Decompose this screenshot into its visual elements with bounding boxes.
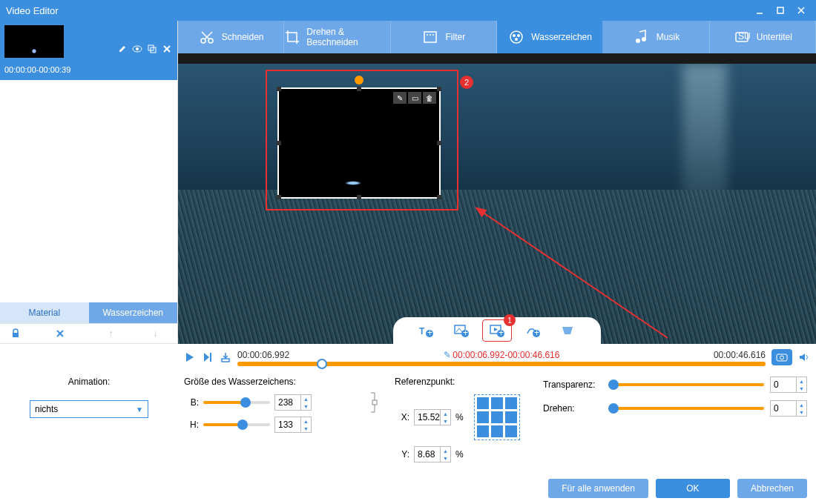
anchor-cell[interactable]	[477, 425, 489, 437]
anchor-cell[interactable]	[491, 397, 503, 409]
transparency-input[interactable]: 0▲▼	[770, 377, 807, 393]
sidebar-body	[0, 80, 177, 302]
height-slider[interactable]	[203, 423, 270, 426]
delete-icon[interactable]	[55, 328, 79, 339]
tool-filter[interactable]: Filter	[391, 21, 497, 53]
anchor-cell[interactable]	[505, 425, 517, 437]
resize-handle[interactable]	[437, 141, 441, 145]
anchor-cell[interactable]	[505, 397, 517, 409]
wm-edit-icon[interactable]: ✎	[393, 92, 407, 104]
spin-down[interactable]: ▼	[300, 402, 311, 410]
rotate-input[interactable]: 0▲▼	[770, 400, 807, 417]
tool-music[interactable]: Musik	[603, 21, 709, 53]
svg-text:+: +	[499, 328, 504, 338]
spin-down[interactable]: ▼	[796, 408, 806, 416]
wm-image-icon[interactable]: ▭	[408, 92, 421, 104]
insert-effect-button[interactable]	[553, 319, 583, 342]
x-input[interactable]: 15.52▲▼	[414, 409, 451, 425]
anchor-cell[interactable]	[491, 411, 503, 423]
resize-handle[interactable]	[357, 87, 361, 91]
ok-button[interactable]: OK	[656, 479, 730, 498]
insert-text-button[interactable]: T+	[411, 319, 441, 342]
tab-material[interactable]: Material	[0, 302, 89, 323]
cancel-button[interactable]: Abbrechen	[737, 479, 807, 498]
spin-down[interactable]: ▼	[300, 425, 311, 432]
aspect-lock-icon[interactable]	[369, 391, 380, 414]
play-button[interactable]	[184, 351, 196, 363]
tab-watermark[interactable]: Wasserzeichen	[89, 302, 178, 323]
tool-rotate[interactable]: Drehen & Beschneiden	[284, 21, 390, 53]
rotate-slider[interactable]	[608, 407, 764, 410]
export-frame-button[interactable]	[220, 351, 231, 363]
close-button[interactable]	[792, 3, 810, 18]
svg-point-21	[510, 31, 522, 43]
tool-watermark[interactable]: Wasserzeichen	[497, 21, 603, 53]
resize-handle[interactable]	[277, 141, 281, 145]
pct-label: %	[455, 412, 464, 422]
move-up-icon[interactable]: ↑	[99, 328, 122, 339]
resize-handle[interactable]	[357, 195, 361, 199]
spin-up[interactable]: ▲	[796, 377, 806, 385]
volume-button[interactable]	[798, 352, 810, 362]
width-input[interactable]: 238▲▼	[274, 394, 312, 411]
spin-down[interactable]: ▼	[440, 454, 450, 462]
transparency-label: Transparenz:	[543, 379, 602, 390]
svg-text:+: +	[534, 328, 539, 338]
resize-handle[interactable]	[277, 195, 281, 199]
edit-icon[interactable]	[116, 43, 128, 55]
watermark-overlay[interactable]: ✎ ▭ 🗑	[277, 87, 441, 199]
eye-icon[interactable]	[131, 43, 143, 55]
animation-dropdown[interactable]: nichts	[30, 400, 148, 418]
apply-all-button[interactable]: Für alle anwenden	[548, 479, 648, 498]
remove-icon[interactable]	[161, 43, 173, 55]
insert-image-button[interactable]: +	[447, 319, 476, 342]
filter-icon	[421, 28, 439, 46]
snapshot-button[interactable]	[771, 349, 792, 365]
copy-icon[interactable]	[146, 43, 158, 55]
wm-delete-icon[interactable]: 🗑	[423, 92, 436, 104]
spin-down[interactable]: ▼	[796, 385, 806, 392]
spin-up[interactable]: ▲	[300, 417, 311, 425]
svg-point-20	[432, 34, 434, 36]
spin-up[interactable]: ▲	[796, 401, 806, 408]
anchor-cell[interactable]	[477, 411, 489, 423]
anchor-cell[interactable]	[505, 411, 517, 423]
step-button[interactable]	[202, 351, 214, 363]
maximize-button[interactable]	[771, 3, 789, 18]
timeline[interactable]: 00:00:06.992 00:00:46.616 ✎ 00:00:06.992…	[237, 350, 766, 365]
y-input[interactable]: 8.68▲▼	[414, 446, 451, 462]
anchor-grid[interactable]	[474, 394, 520, 440]
insert-shape-button[interactable]: +	[518, 319, 547, 342]
tool-watermark-label: Wasserzeichen	[531, 32, 592, 42]
timeline-thumb[interactable]	[317, 359, 327, 369]
spin-up[interactable]: ▲	[440, 447, 450, 454]
tool-cut-label: Schneiden	[222, 32, 264, 42]
anchor-cell[interactable]	[477, 397, 489, 409]
insert-video-button[interactable]: + 1	[482, 319, 512, 342]
anchor-cell[interactable]	[491, 425, 503, 437]
resize-handle[interactable]	[277, 87, 281, 91]
svg-point-5	[136, 47, 139, 50]
move-down-icon[interactable]: ↓	[143, 328, 167, 339]
rotate-handle[interactable]	[355, 76, 363, 84]
video-frame[interactable]: 2 ✎ ▭	[178, 64, 816, 344]
tool-cut[interactable]: Schneiden	[178, 21, 284, 53]
clip-thumbnail[interactable]	[4, 25, 64, 58]
timeline-start: 00:00:06.992	[237, 350, 289, 360]
tool-subtitle[interactable]: SUB Untertitel	[710, 21, 816, 53]
lock-icon[interactable]	[10, 328, 34, 339]
resize-handle[interactable]	[437, 195, 441, 199]
svg-text:+: +	[463, 328, 468, 338]
resize-handle[interactable]	[437, 87, 441, 91]
svg-point-25	[636, 39, 640, 43]
transparency-slider[interactable]	[608, 383, 764, 386]
spin-down[interactable]: ▼	[440, 417, 450, 425]
main-toolbar: Schneiden Drehen & Beschneiden Filter Wa…	[178, 21, 816, 53]
spin-up[interactable]: ▲	[440, 410, 450, 417]
width-slider[interactable]	[203, 401, 270, 404]
spin-up[interactable]: ▲	[300, 395, 311, 402]
height-input[interactable]: 133▲▼	[274, 417, 312, 433]
svg-point-18	[427, 34, 428, 36]
minimize-button[interactable]	[751, 3, 769, 18]
insert-toolbar: T+ + + 1 +	[393, 317, 601, 344]
